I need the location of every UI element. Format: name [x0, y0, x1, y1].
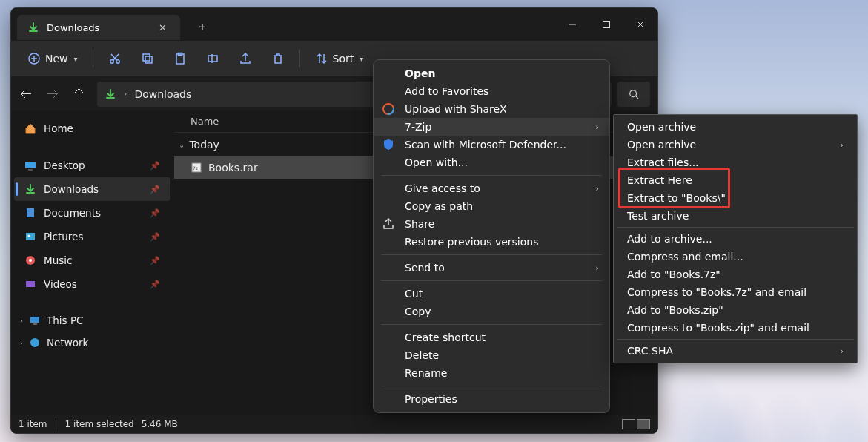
ctx-defender[interactable]: Scan with Microsoft Defender...: [374, 136, 609, 154]
plus-circle-icon: [27, 52, 41, 65]
ctx-share[interactable]: Share: [374, 215, 609, 233]
ctx-open-with[interactable]: Open with...: [374, 154, 609, 171]
sidebar-item-documents[interactable]: Documents 📌: [14, 201, 170, 225]
ctx-extract-to[interactable]: Extract to "Books\": [614, 189, 857, 207]
context-menu: Open Add to Favorites Upload with ShareX…: [373, 59, 610, 413]
ctx-compress-7z-email[interactable]: Compress to "Books.7z" and email: [614, 283, 857, 301]
window-tab[interactable]: Downloads ✕: [17, 15, 180, 40]
sharex-icon: [381, 102, 396, 116]
share-icon: [381, 217, 396, 231]
sidebar-item-home[interactable]: Home: [14, 116, 170, 140]
paste-button[interactable]: [166, 47, 194, 70]
ctx-compress-email[interactable]: Compress and email...: [614, 248, 857, 265]
svg-rect-16: [26, 281, 35, 287]
ctx-open-archive[interactable]: Open archive: [614, 118, 857, 136]
ctx-add-favorites[interactable]: Add to Favorites: [374, 82, 609, 100]
status-item-count: 1 item: [19, 419, 47, 429]
sort-button[interactable]: Sort ▾: [308, 47, 371, 70]
pin-icon: 📌: [150, 185, 160, 194]
new-button[interactable]: New ▾: [20, 47, 85, 70]
separator: [381, 254, 602, 255]
ctx-extract-here[interactable]: Extract Here: [614, 171, 857, 189]
ctx-send-to[interactable]: Send to›: [374, 259, 609, 277]
pin-icon: 📌: [150, 161, 160, 171]
maximize-button[interactable]: [589, 8, 623, 41]
sidebar-item-videos[interactable]: Videos 📌: [14, 272, 170, 296]
music-icon: [24, 254, 36, 266]
ctx-rename[interactable]: Rename: [374, 364, 609, 382]
ctx-create-shortcut[interactable]: Create shortcut: [374, 329, 609, 346]
column-name[interactable]: Name: [174, 116, 235, 127]
svg-rect-5: [145, 56, 152, 63]
ctx-add-zip[interactable]: Add to "Books.zip": [614, 301, 857, 319]
ctx-properties[interactable]: Properties: [374, 390, 609, 408]
up-button[interactable]: 🡡: [67, 82, 91, 106]
breadcrumb-chevron: ›: [124, 89, 127, 99]
delete-button[interactable]: [264, 47, 292, 70]
search-button[interactable]: [617, 82, 650, 107]
rename-button[interactable]: [199, 47, 227, 70]
ctx-open-archive-sub[interactable]: Open archive›: [614, 136, 857, 154]
sidebar-item-pictures[interactable]: Pictures 📌: [14, 225, 170, 248]
copy-icon: [141, 52, 154, 65]
svg-rect-17: [30, 317, 39, 323]
downloads-icon: [27, 22, 39, 33]
ctx-cut[interactable]: Cut: [374, 285, 609, 303]
cut-button[interactable]: [101, 47, 129, 70]
pin-icon: 📌: [150, 280, 160, 289]
pictures-icon: [24, 231, 36, 243]
breadcrumb-location[interactable]: Downloads: [134, 88, 191, 100]
ctx-add-to-archive[interactable]: Add to archive...: [614, 230, 857, 248]
svg-rect-11: [27, 208, 34, 217]
forward-button[interactable]: 🡢: [41, 82, 64, 106]
sidebar-item-downloads[interactable]: Downloads 📌: [14, 177, 170, 201]
svg-point-13: [28, 235, 30, 237]
ctx-restore-versions[interactable]: Restore previous versions: [374, 233, 609, 251]
ctx-test-archive[interactable]: Test archive: [614, 207, 857, 225]
svg-rect-10: [25, 162, 36, 168]
svg-rect-4: [143, 54, 150, 61]
ctx-upload-sharex[interactable]: Upload with ShareX: [374, 100, 609, 118]
ctx-delete[interactable]: Delete: [374, 346, 609, 364]
ctx-give-access[interactable]: Give access to›: [374, 179, 609, 197]
desktop-icon: [24, 159, 36, 171]
svg-rect-12: [26, 233, 35, 240]
ctx-copy-path[interactable]: Copy as path: [374, 197, 609, 215]
share-button[interactable]: [231, 47, 259, 70]
trash-icon: [271, 52, 285, 65]
svg-point-19: [30, 338, 39, 347]
pin-icon: 📌: [150, 232, 160, 242]
close-button[interactable]: [623, 8, 657, 41]
details-view-button[interactable]: [622, 419, 635, 429]
chevron-right-icon: ›: [20, 317, 23, 325]
ctx-open[interactable]: Open: [374, 65, 609, 82]
ctx-crc-sha[interactable]: CRC SHA›: [614, 342, 857, 360]
file-name: Books.rar: [208, 162, 258, 174]
tab-close-button[interactable]: ✕: [156, 21, 170, 35]
chevron-right-icon: ›: [596, 184, 599, 194]
ctx-compress-zip-email[interactable]: Compress to "Books.zip" and email: [614, 319, 857, 337]
ctx-7zip[interactable]: 7-Zip›: [374, 118, 609, 136]
sidebar-item-music[interactable]: Music 📌: [14, 248, 170, 272]
ctx-extract-files[interactable]: Extract files...: [614, 154, 857, 171]
separator: [381, 386, 602, 386]
status-selected: 1 item selected: [65, 419, 134, 429]
view-mode-icons: [622, 419, 650, 429]
rar-file-icon: 7z: [191, 162, 202, 174]
sidebar-item-this-pc[interactable]: › This PC: [11, 309, 173, 332]
status-bar: 1 item | 1 item selected 5.46 MB: [11, 415, 657, 433]
new-tab-button[interactable]: ＋: [191, 16, 214, 38]
sidebar: Home Desktop 📌 Downloads 📌 Documents 📌 P…: [11, 110, 174, 415]
back-button[interactable]: 🡠: [14, 82, 38, 106]
context-submenu-7zip: Open archive Open archive› Extract files…: [613, 114, 858, 363]
ctx-add-7z[interactable]: Add to "Books.7z": [614, 265, 857, 283]
separator: [617, 339, 854, 340]
icons-view-button[interactable]: [637, 419, 650, 429]
network-icon: [29, 337, 41, 349]
sidebar-item-desktop[interactable]: Desktop 📌: [14, 154, 170, 177]
minimize-button[interactable]: [555, 8, 589, 41]
copy-button[interactable]: [133, 47, 162, 70]
ctx-copy[interactable]: Copy: [374, 303, 609, 320]
chevron-right-icon: ›: [596, 263, 599, 273]
sidebar-item-network[interactable]: › Network: [11, 332, 173, 354]
